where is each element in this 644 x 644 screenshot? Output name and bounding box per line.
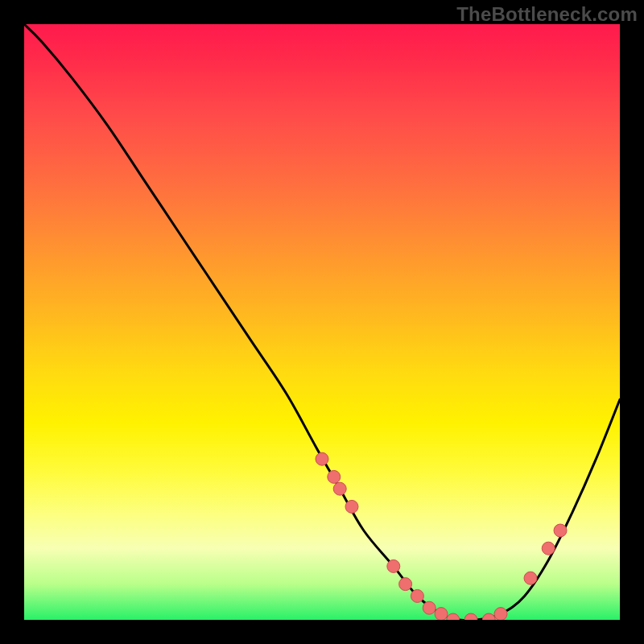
plot-area [24, 24, 620, 620]
watermark-text: TheBottleneck.com [456, 3, 638, 26]
data-marker [464, 613, 477, 620]
chart-frame [24, 24, 620, 620]
curve-svg [24, 24, 620, 620]
data-marker [387, 559, 400, 572]
data-marker [482, 613, 495, 620]
data-marker [333, 482, 346, 495]
data-marker [435, 608, 448, 620]
bottleneck-curve [24, 24, 620, 620]
data-marker [554, 524, 567, 537]
data-marker [494, 608, 507, 620]
data-marker [423, 601, 436, 614]
data-marker [328, 470, 341, 483]
data-marker [345, 500, 358, 513]
data-marker [447, 613, 460, 620]
data-marker [542, 542, 555, 555]
data-marker [524, 572, 537, 584]
data-marker [399, 578, 412, 591]
data-marker [411, 589, 423, 602]
data-marker [316, 452, 328, 465]
